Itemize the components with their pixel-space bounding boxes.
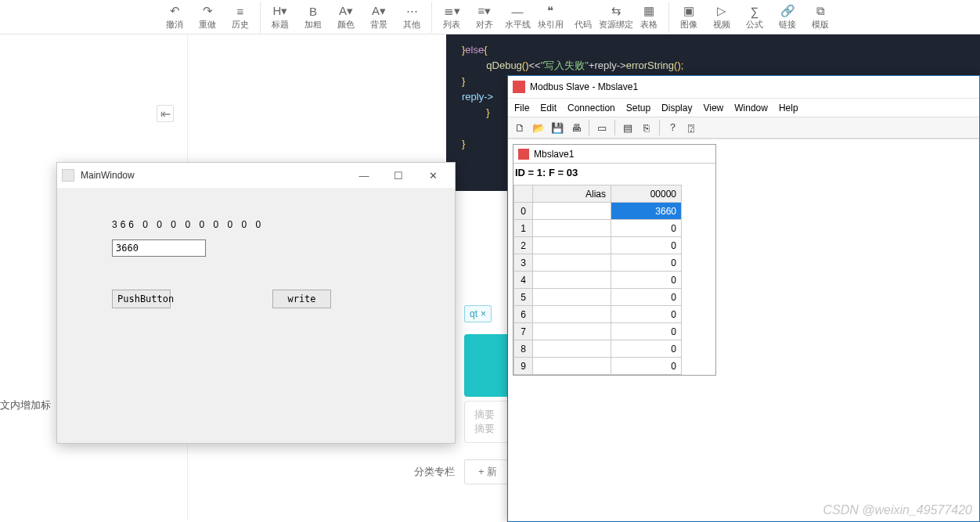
- col-alias: Alias: [533, 185, 611, 203]
- open-icon[interactable]: 📂: [530, 119, 547, 136]
- modbus-window: Modbus Slave - Mbslave1 FileEditConnecti…: [507, 75, 980, 522]
- table-row[interactable]: 90: [514, 358, 682, 375]
- toolbar-撤消[interactable]: ↶撤消: [158, 2, 191, 33]
- new-icon[interactable]: 🗋: [511, 119, 528, 136]
- menu-file[interactable]: File: [514, 103, 529, 113]
- copy-icon[interactable]: ⎘: [638, 119, 655, 136]
- modbus-title-text: Modbus Slave - Mbslave1: [530, 81, 638, 92]
- toolbar-其他[interactable]: ⋯其他: [395, 2, 428, 33]
- toolbar-对齐[interactable]: ≡▾对齐: [468, 2, 501, 33]
- add-column-button[interactable]: + 新: [464, 459, 511, 484]
- toolbar-模版[interactable]: ⧉模版: [804, 2, 837, 33]
- toolbar-icon: —: [512, 4, 524, 18]
- write-button[interactable]: write: [272, 290, 331, 308]
- toolbar-图像[interactable]: ▣图像: [672, 2, 705, 33]
- modbus-titlebar: Modbus Slave - Mbslave1: [508, 76, 979, 98]
- watermark: CSDN @weixin_49577420: [823, 503, 972, 517]
- toolbar-icon: ≣▾: [444, 4, 460, 18]
- toolbar-链接[interactable]: 🔗链接: [771, 2, 804, 33]
- toolbar-icon: ≡▾: [478, 4, 492, 18]
- whatsthis-icon[interactable]: ⍰: [683, 119, 700, 136]
- menu-edit[interactable]: Edit: [540, 103, 557, 113]
- toolbar-icon: ▷: [717, 4, 726, 18]
- toolbar-列表[interactable]: ≣▾列表: [435, 2, 468, 33]
- modbus-doc-title: Mbslave1: [534, 149, 574, 160]
- col-index: [514, 185, 533, 203]
- toolbar-icon: A▾: [339, 4, 353, 18]
- close-button[interactable]: ✕: [416, 164, 450, 187]
- modbus-id-line: ID = 1: F = 03: [513, 164, 715, 182]
- qt-display-label: 366 0 0 0 0 0 0 0 0 0: [112, 219, 400, 230]
- toolbar-重做[interactable]: ↷重做: [191, 2, 224, 33]
- menu-window[interactable]: Window: [734, 103, 768, 113]
- outdent-icon[interactable]: ⇤: [157, 105, 174, 122]
- minimize-button[interactable]: —: [347, 164, 381, 187]
- toolbar-公式[interactable]: ∑公式: [738, 2, 771, 33]
- modbus-app-icon: [513, 81, 525, 93]
- toolbar-icon: ❝: [547, 4, 553, 18]
- toolbar-icon: H▾: [273, 4, 288, 18]
- left-hint-text: 文内增加标: [0, 398, 51, 412]
- toolbar-历史[interactable]: ≡历史: [224, 2, 257, 33]
- toolbar-icon: ↶: [170, 4, 180, 18]
- close-icon[interactable]: ×: [481, 308, 486, 319]
- toolbar-icon: ⧉: [816, 4, 825, 18]
- toolbar-水平线[interactable]: —水平线: [501, 2, 534, 33]
- toolbar-表格[interactable]: ▦表格: [632, 2, 665, 33]
- qt-titlebar: MainWindow — ☐ ✕: [57, 163, 455, 188]
- qt-title-text: MainWindow: [81, 170, 135, 181]
- table-row[interactable]: 40: [514, 272, 682, 289]
- table-row[interactable]: 03660: [514, 203, 682, 220]
- col-value: 00000: [611, 185, 682, 203]
- menu-setup[interactable]: Setup: [626, 103, 650, 113]
- toolbar-icon: 🔗: [780, 4, 795, 18]
- toolbar-icon: ⇆: [611, 4, 622, 18]
- maximize-button[interactable]: ☐: [381, 164, 416, 187]
- menu-view[interactable]: View: [703, 103, 723, 113]
- print-icon[interactable]: 🖶: [567, 119, 585, 136]
- push-button[interactable]: PushButton: [112, 290, 171, 308]
- toolbar-代码[interactable]: 代码: [567, 2, 600, 33]
- toolbar-icon: ▦: [643, 4, 654, 18]
- menu-connection[interactable]: Connection: [567, 103, 615, 113]
- modbus-doc-icon: [518, 149, 529, 160]
- app-icon: [62, 169, 74, 182]
- toolbar-加粗[interactable]: B加粗: [297, 2, 330, 33]
- toolbar-icon: ↷: [203, 4, 213, 18]
- table-row[interactable]: 50: [514, 289, 682, 306]
- menu-display[interactable]: Display: [661, 103, 692, 113]
- modbus-table: Alias 00000 03660102030405060708090: [513, 185, 682, 375]
- toolbar-颜色[interactable]: A▾颜色: [330, 2, 362, 33]
- modbus-document: Mbslave1 ID = 1: F = 03 Alias 00000 0366…: [513, 144, 716, 376]
- toolbar-icon: ⋯: [406, 4, 418, 18]
- connect-icon[interactable]: ▭: [593, 119, 611, 136]
- table-row[interactable]: 70: [514, 323, 682, 340]
- qt-value-input[interactable]: [112, 239, 206, 257]
- table-row[interactable]: 20: [514, 237, 682, 254]
- toolbar-icon: A▾: [372, 4, 386, 18]
- table-row[interactable]: 80: [514, 340, 682, 358]
- toolbar-背景[interactable]: A▾背景: [362, 2, 395, 33]
- column-label: 分类专栏: [402, 465, 464, 479]
- modbus-toolbar: 🗋 📂 💾 🖶 ▭ ▤ ⎘ ？ ⍰: [508, 117, 979, 139]
- save-icon[interactable]: 💾: [549, 119, 566, 136]
- toolbar-块引用[interactable]: ❝块引用: [534, 2, 567, 33]
- tag-qt[interactable]: qt×: [464, 305, 492, 322]
- toolbar-icon: ∑: [751, 4, 759, 18]
- menu-help[interactable]: Help: [779, 103, 798, 113]
- qt-main-window: MainWindow — ☐ ✕ 366 0 0 0 0 0 0 0 0 0 P…: [56, 162, 456, 444]
- toolbar-资源绑定[interactable]: ⇆资源绑定: [600, 2, 632, 33]
- help-icon[interactable]: ？: [664, 119, 681, 136]
- modbus-menubar: FileEditConnectionSetupDisplayViewWindow…: [508, 98, 979, 117]
- doc-icon[interactable]: ▤: [619, 119, 636, 136]
- table-row[interactable]: 60: [514, 306, 682, 323]
- table-row[interactable]: 10: [514, 220, 682, 237]
- toolbar-icon: ▣: [683, 4, 694, 18]
- table-row[interactable]: 30: [514, 254, 682, 272]
- toolbar-视频[interactable]: ▷视频: [705, 2, 738, 33]
- editor-toolbar: ↶撤消↷重做≡历史 H▾标题B加粗A▾颜色A▾背景⋯其他 ≣▾列表≡▾对齐—水平…: [0, 0, 980, 34]
- toolbar-icon: ≡: [237, 4, 244, 18]
- toolbar-标题[interactable]: H▾标题: [264, 2, 297, 33]
- toolbar-icon: B: [309, 4, 317, 18]
